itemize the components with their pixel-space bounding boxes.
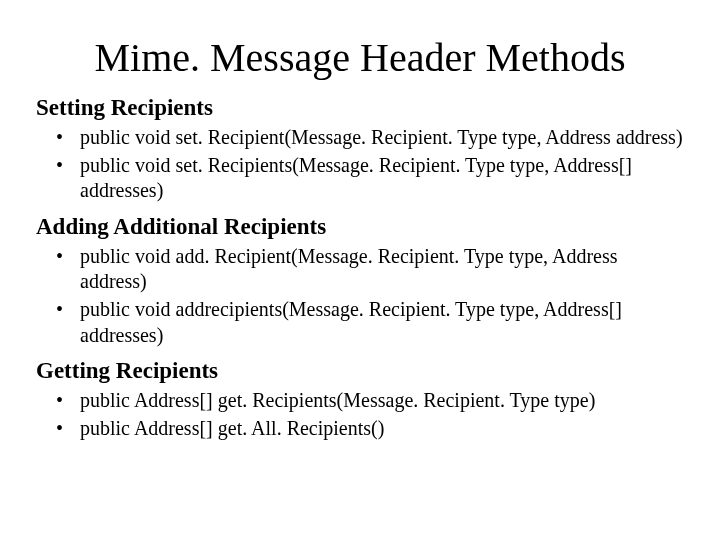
section-heading-getting: Getting Recipients bbox=[36, 358, 684, 384]
list-item: public void set. Recipient(Message. Reci… bbox=[72, 125, 684, 151]
list-item: public Address[] get. Recipients(Message… bbox=[72, 388, 684, 414]
bullet-list-setting: public void set. Recipient(Message. Reci… bbox=[36, 125, 684, 204]
slide: Mime. Message Header Methods Setting Rec… bbox=[0, 0, 720, 540]
slide-title: Mime. Message Header Methods bbox=[36, 34, 684, 81]
list-item: public void add. Recipient(Message. Reci… bbox=[72, 244, 684, 295]
bullet-list-adding: public void add. Recipient(Message. Reci… bbox=[36, 244, 684, 348]
section-heading-adding: Adding Additional Recipients bbox=[36, 214, 684, 240]
section-heading-setting: Setting Recipients bbox=[36, 95, 684, 121]
list-item: public void addrecipients(Message. Recip… bbox=[72, 297, 684, 348]
list-item: public void set. Recipients(Message. Rec… bbox=[72, 153, 684, 204]
bullet-list-getting: public Address[] get. Recipients(Message… bbox=[36, 388, 684, 441]
list-item: public Address[] get. All. Recipients() bbox=[72, 416, 684, 442]
